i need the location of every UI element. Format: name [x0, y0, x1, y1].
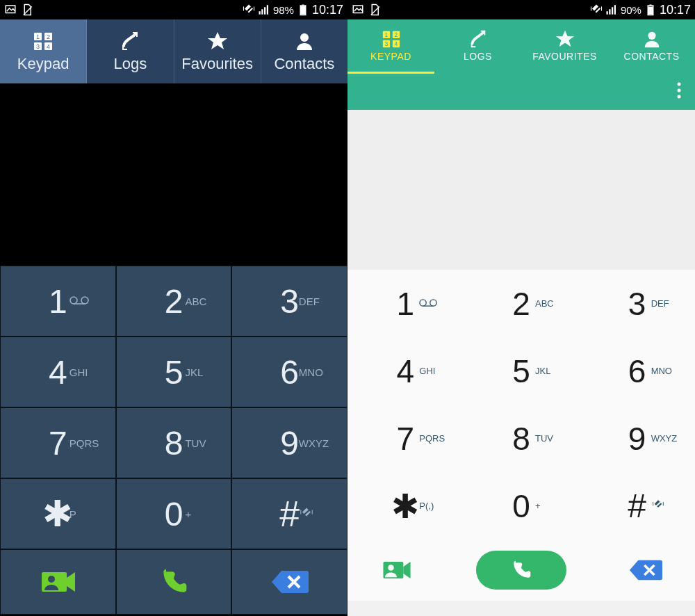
- key-hash[interactable]: #: [231, 478, 348, 549]
- phone-left: 98% 10:17 1234 Keypad Logs Favourites: [0, 0, 348, 616]
- svg-text:1: 1: [36, 33, 40, 40]
- phone-right: 90% 10:17 1234 KEYPAD LOGS: [348, 0, 695, 616]
- svg-rect-10: [302, 5, 304, 6]
- key-9[interactable]: 9WXYZ: [579, 405, 695, 472]
- backspace-button[interactable]: [626, 555, 666, 585]
- svg-text:3: 3: [36, 43, 40, 50]
- svg-point-55: [678, 89, 681, 92]
- action-row: [348, 540, 695, 601]
- number-display[interactable]: [348, 110, 695, 270]
- keypad: 1 2ABC 3DEF 4GHI 5JKL 6MNO 7PQRS 8TUV 9W…: [348, 270, 695, 540]
- video-call-button[interactable]: [0, 549, 116, 615]
- logs-icon: [120, 31, 140, 51]
- tab-logs[interactable]: LOGS: [434, 19, 521, 74]
- image-icon: [4, 3, 17, 16]
- image-icon: [352, 3, 364, 16]
- svg-rect-43: [648, 7, 653, 15]
- vibrate-icon: [243, 3, 255, 16]
- svg-text:1: 1: [384, 31, 388, 38]
- keypad-icon: 1234: [382, 29, 401, 47]
- clock: 10:17: [660, 3, 691, 17]
- tab-keypad[interactable]: 1234 Keypad: [0, 19, 87, 83]
- svg-text:4: 4: [47, 43, 50, 50]
- signal-icon: [605, 3, 618, 16]
- call-button[interactable]: [476, 551, 566, 590]
- key-2[interactable]: 2ABC: [464, 270, 580, 337]
- svg-point-53: [648, 32, 655, 40]
- svg-point-56: [678, 95, 681, 99]
- tab-keypad[interactable]: 1234 KEYPAD: [348, 19, 434, 74]
- svg-point-21: [300, 33, 309, 42]
- tab-label: KEYPAD: [370, 51, 411, 62]
- tab-contacts[interactable]: CONTACTS: [608, 19, 695, 74]
- tab-bar: 1234 Keypad Logs Favourites Contacts: [0, 19, 348, 83]
- backspace-button[interactable]: [231, 549, 348, 615]
- tab-label: Favourites: [181, 55, 253, 73]
- keypad: 1 2ABC 3DEF 4GHI 5JKL 6MNO 7PQRS 8TUV 9W…: [0, 266, 348, 549]
- key-star[interactable]: ✱P: [0, 478, 116, 549]
- signal-icon: [258, 3, 270, 16]
- battery-pct: 90%: [621, 4, 641, 16]
- key-hash[interactable]: #: [579, 472, 695, 540]
- key-6[interactable]: 6MNO: [579, 337, 695, 405]
- tab-bar: 1234 KEYPAD LOGS FAVOURITES CO: [348, 19, 695, 74]
- video-call-button[interactable]: [377, 555, 417, 585]
- contacts-icon: [642, 29, 662, 47]
- key-8[interactable]: 8TUV: [116, 407, 232, 478]
- key-2[interactable]: 2ABC: [116, 266, 232, 337]
- statusbar: 98% 10:17: [0, 0, 348, 19]
- key-5[interactable]: 5JKL: [464, 337, 580, 405]
- svg-point-29: [48, 576, 55, 583]
- svg-marker-20: [208, 32, 227, 49]
- key-5[interactable]: 5JKL: [116, 337, 232, 407]
- svg-rect-42: [649, 5, 651, 6]
- key-star[interactable]: ✱P(,): [348, 472, 464, 540]
- key-1[interactable]: 1: [348, 270, 464, 337]
- clock: 10:17: [312, 3, 343, 17]
- key-0[interactable]: 0+: [116, 478, 232, 549]
- key-7[interactable]: 7PQRS: [0, 407, 116, 478]
- tab-favourites[interactable]: Favourites: [174, 19, 261, 83]
- tab-contacts[interactable]: Contacts: [261, 19, 348, 83]
- vibrate-icon: [590, 3, 603, 16]
- battery-icon: [644, 3, 657, 16]
- key-3[interactable]: 3DEF: [231, 266, 348, 337]
- svg-rect-39: [612, 7, 613, 15]
- svg-rect-37: [606, 11, 607, 15]
- svg-text:2: 2: [394, 31, 398, 38]
- tab-favourites[interactable]: FAVOURITES: [521, 19, 608, 74]
- key-4[interactable]: 4GHI: [348, 337, 464, 405]
- svg-rect-5: [259, 11, 260, 15]
- number-display[interactable]: [0, 83, 348, 266]
- action-row: [0, 549, 348, 615]
- call-button[interactable]: [116, 549, 232, 615]
- svg-text:3: 3: [384, 40, 388, 47]
- sim-icon: [368, 3, 381, 16]
- battery-icon: [297, 3, 309, 16]
- key-8[interactable]: 8TUV: [464, 405, 580, 472]
- svg-point-23: [81, 297, 88, 304]
- tab-label: FAVOURITES: [532, 51, 597, 62]
- svg-point-58: [430, 299, 436, 305]
- svg-rect-38: [609, 9, 610, 15]
- keypad-icon: 1234: [33, 31, 54, 51]
- key-6[interactable]: 6MNO: [231, 337, 348, 407]
- key-1[interactable]: 1: [0, 266, 116, 337]
- svg-text:2: 2: [47, 33, 50, 40]
- mute-icon: [299, 507, 314, 521]
- key-9[interactable]: 9WXYZ: [231, 407, 348, 478]
- svg-point-22: [70, 297, 77, 304]
- svg-rect-6: [261, 9, 263, 15]
- more-options-button[interactable]: [677, 82, 681, 102]
- svg-marker-52: [555, 31, 573, 47]
- svg-point-54: [678, 83, 681, 86]
- svg-point-57: [420, 299, 426, 305]
- key-4[interactable]: 4GHI: [0, 337, 116, 407]
- key-7[interactable]: 7PQRS: [348, 405, 464, 472]
- tab-label: Keypad: [17, 55, 70, 73]
- key-3[interactable]: 3DEF: [579, 270, 695, 337]
- contacts-icon: [294, 31, 315, 51]
- key-0[interactable]: 0+: [464, 472, 580, 540]
- tab-logs[interactable]: Logs: [87, 19, 174, 83]
- star-icon: [555, 29, 575, 47]
